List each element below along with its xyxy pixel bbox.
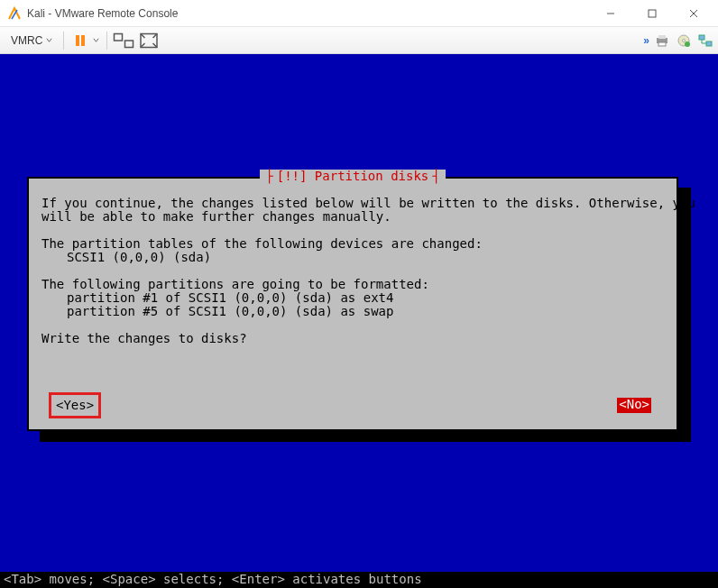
toolbar-separator xyxy=(106,32,107,50)
help-line: <Tab> moves; <Space> selects; <Enter> ac… xyxy=(0,572,718,588)
svg-rect-14 xyxy=(706,41,712,46)
no-button[interactable]: <No> xyxy=(617,398,651,413)
dialog-format-heading: The following partitions are going to be… xyxy=(41,278,664,291)
toolbar-separator xyxy=(63,32,64,50)
svg-rect-1 xyxy=(649,10,656,17)
svg-point-11 xyxy=(683,39,686,41)
dialog-tables-heading: The partition tables of the following de… xyxy=(41,237,664,251)
fullscreen-icon xyxy=(138,30,160,51)
close-button[interactable] xyxy=(673,0,714,27)
svg-point-12 xyxy=(685,41,690,47)
svg-rect-8 xyxy=(658,35,666,39)
send-cad-button[interactable] xyxy=(113,30,134,51)
vmware-app-icon xyxy=(7,6,22,21)
svg-rect-4 xyxy=(115,33,123,41)
pause-icon xyxy=(76,35,85,46)
chevron-down-icon[interactable] xyxy=(93,37,99,43)
window-title: Kali - VMware Remote Console xyxy=(27,7,590,20)
toolbar: VMRC » xyxy=(0,27,718,54)
printer-icon[interactable] xyxy=(655,33,669,48)
send-cad-icon xyxy=(113,30,134,51)
svg-rect-13 xyxy=(699,35,704,40)
minimize-button[interactable] xyxy=(590,0,631,27)
vmrc-label: VMRC xyxy=(11,34,42,47)
dialog-text-intro1: If you continue, the changes listed belo… xyxy=(41,197,664,210)
vmrc-menu-button[interactable]: VMRC xyxy=(5,32,58,49)
dialog-title-row: ├[!!] Partition disks┤ xyxy=(29,170,677,183)
dialog-format-item1: partition #1 of SCSI1 (0,0,0) (sda) as e… xyxy=(67,291,664,305)
dialog-button-row: <Yes> <No> xyxy=(29,398,677,413)
maximize-button[interactable] xyxy=(631,0,673,27)
fullscreen-button[interactable] xyxy=(138,30,160,51)
pause-button[interactable] xyxy=(69,30,91,51)
titlebar: Kali - VMware Remote Console xyxy=(0,0,718,27)
cd-icon[interactable] xyxy=(677,33,691,48)
dialog-title: ├[!!] Partition disks┤ xyxy=(260,170,445,183)
console-screen[interactable]: ├[!!] Partition disks┤ If you continue, … xyxy=(0,54,718,588)
network-icon[interactable] xyxy=(698,33,713,48)
dialog-tables-item1: SCSI1 (0,0,0) (sda) xyxy=(67,251,664,264)
yes-button[interactable]: <Yes> xyxy=(54,398,96,413)
dialog-text-intro2: will be able to make further changes man… xyxy=(41,210,664,224)
dialog-format-item2: partition #5 of SCSI1 (0,0,0) (sda) as s… xyxy=(67,305,664,318)
connected-icon: » xyxy=(643,34,649,47)
chevron-down-icon xyxy=(46,37,52,43)
svg-rect-9 xyxy=(658,42,666,46)
svg-rect-5 xyxy=(125,41,133,48)
dialog-question: Write the changes to disks? xyxy=(41,332,664,345)
partition-dialog: ├[!!] Partition disks┤ If you continue, … xyxy=(27,177,678,431)
